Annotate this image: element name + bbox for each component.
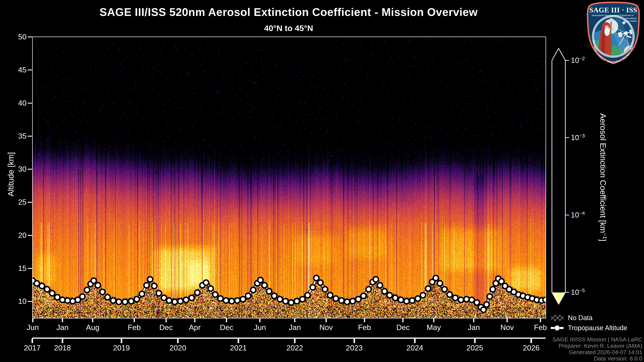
colorbar-label-close: ]: [598, 239, 608, 241]
legend-row-tropopause: Tropopause Altitude: [551, 324, 627, 332]
year-tick-label: 2026: [518, 344, 544, 352]
y-tick-mark: [28, 103, 32, 104]
colorbar-tick-mark: [566, 292, 569, 293]
month-tick-label: Feb: [528, 323, 552, 332]
heatmap-canvas: [33, 37, 546, 318]
month-tick-mark: [473, 318, 474, 322]
y-tick-mark: [28, 268, 32, 269]
month-tick-label: Feb: [122, 323, 146, 332]
year-tick-mark: [354, 339, 355, 343]
y-tick-mark: [28, 301, 32, 302]
month-tick-label: Dec: [215, 323, 238, 332]
legend-no-data-label: No Data: [568, 314, 592, 322]
y-tick-mark: [28, 36, 32, 37]
month-tick-mark: [226, 318, 227, 322]
colorbar-tick-label: 10−2: [571, 56, 585, 64]
year-tick-mark: [294, 339, 296, 343]
colorbar-gradient-body: [552, 48, 565, 304]
year-tick-label: 2021: [225, 344, 252, 352]
patch-iss-text-1: International: [625, 17, 636, 19]
month-tick-label: Nov: [496, 323, 519, 332]
page-title: SAGE III/ISS 520nm Aerosol Extinction Co…: [32, 6, 545, 18]
month-tick-label: Jan: [51, 323, 74, 332]
colorbar-tick-mark: [566, 215, 569, 215]
tropopause-line-icon: [551, 325, 564, 331]
month-tick-mark: [540, 318, 541, 322]
attribution-block: SAGE III/ISS Mission | NASA LaRC Prepare…: [552, 336, 642, 362]
month-tick-mark: [402, 318, 404, 322]
colorbar-tick-mark: [566, 137, 569, 138]
month-tick-mark: [194, 318, 196, 322]
y-axis-label: Altitude [km]: [6, 152, 16, 196]
patch-subtitle: Stratospheric Aerosol and Gas Experiment…: [592, 14, 634, 16]
month-tick-mark: [92, 318, 93, 322]
patch-title: SAGE III · ISS: [589, 6, 637, 14]
month-tick-mark: [326, 318, 327, 322]
month-tick-mark: [166, 318, 167, 322]
month-tick-mark: [506, 318, 508, 322]
colorbar: [552, 48, 566, 305]
year-tick-label: 2025: [461, 344, 488, 352]
month-tick-mark: [294, 318, 295, 322]
sage-iss-mission-patch: SAGE III · ISS Stratospheric Aerosol and…: [586, 2, 641, 64]
no-data-hatch-icon: [551, 315, 564, 321]
colorbar-label-text: Aerosol Extinction Coefficient [km: [598, 113, 608, 233]
year-tick-label: 2018: [49, 344, 76, 352]
y-tick-label: 50: [6, 32, 26, 41]
y-tick-label: 25: [6, 198, 26, 206]
legend-row-no-data: No Data: [551, 314, 592, 322]
colorbar-tick-label: 10−4: [571, 210, 585, 219]
month-tick-mark: [364, 318, 365, 322]
year-tick-mark: [414, 339, 416, 343]
month-tick-label: Jun: [21, 323, 44, 332]
patch-iss-text-2: Space Station: [624, 20, 637, 22]
year-tick-mark: [474, 339, 476, 343]
month-tick-label: Apr: [183, 323, 206, 332]
year-tick-mark: [121, 339, 122, 343]
month-tick-label: Nov: [314, 323, 338, 332]
month-tick-label: Jan: [462, 323, 486, 332]
attribution-data-version: Data Version: 6.0.0: [552, 355, 642, 362]
year-tick-label: 2019: [108, 344, 135, 352]
plot-area: [32, 36, 546, 319]
y-tick-label: 30: [6, 165, 26, 173]
y-tick-mark: [28, 202, 32, 203]
month-tick-mark: [32, 318, 33, 322]
month-tick-mark: [134, 318, 135, 322]
attribution-mission: SAGE III/ISS Mission | NASA LaRC: [552, 336, 642, 343]
y-tick-label: 15: [6, 264, 26, 273]
attribution-generated: Generated 2026-04-07 14:01: [552, 349, 642, 355]
legend-tropopause-label: Tropopause Altitude: [568, 324, 627, 332]
y-tick-label: 10: [6, 297, 26, 306]
latitude-band-subtitle: 40°N to 45°N: [32, 23, 545, 33]
figure-root: SAGE III/ISS 520nm Aerosol Extinction Co…: [0, 0, 644, 362]
year-tick-label: 2020: [164, 344, 191, 352]
colorbar-tick-label: 10−3: [571, 133, 585, 142]
month-tick-label: Jun: [248, 323, 272, 332]
year-tick-label: 2024: [401, 344, 428, 352]
year-tick-mark: [32, 339, 33, 343]
year-tick-mark: [177, 339, 178, 343]
attribution-preparer: Preparer: Kevin R. Leavor (AMA): [552, 343, 642, 349]
year-axis-spine: [32, 338, 546, 339]
year-tick-mark: [62, 339, 63, 343]
month-tick-mark: [259, 318, 260, 322]
month-tick-label: Feb: [353, 323, 376, 332]
year-tick-label: 2023: [341, 344, 368, 352]
month-tick-label: Aug: [81, 323, 104, 332]
y-tick-label: 20: [6, 231, 26, 240]
year-tick-label: 2022: [282, 344, 308, 352]
colorbar-tick-mark: [566, 60, 569, 61]
y-tick-label: 35: [6, 132, 26, 140]
y-tick-mark: [28, 136, 32, 137]
colorbar-label-exponent: −1: [602, 233, 608, 239]
y-tick-label: 40: [6, 99, 26, 107]
y-tick-label: 45: [6, 65, 26, 74]
colorbar-tick-label: 10−5: [571, 288, 585, 297]
year-tick-label: 2017: [19, 344, 46, 352]
month-tick-label: Dec: [391, 323, 415, 332]
y-tick-mark: [28, 169, 32, 170]
month-tick-label: Jan: [283, 323, 306, 332]
month-tick-label: May: [422, 323, 446, 332]
colorbar-label: Aerosol Extinction Coefficient [km−1]: [598, 113, 608, 241]
